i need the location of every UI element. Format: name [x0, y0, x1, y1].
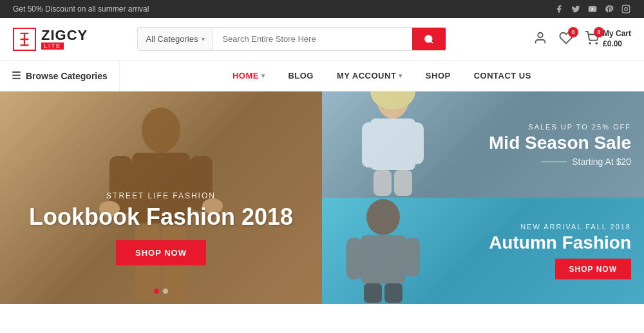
cart-wrap[interactable]: 0 My Cart £0.00 [585, 29, 631, 49]
man2-figure [328, 198, 438, 304]
hero-dots [154, 289, 168, 294]
instagram-icon[interactable] [621, 4, 631, 14]
svg-point-18 [370, 91, 415, 109]
dropdown-chevron-icon: ▾ [202, 35, 205, 43]
hero-right-bottom-promo: NEW ARRIVAL FALL 2018 [489, 222, 631, 230]
nav-item-home[interactable]: HOME ▾ [221, 61, 277, 91]
nav-menu: HOME ▾ BLOG MY ACCOUNT ▾ SHOP CONTACT US [120, 61, 644, 91]
svg-rect-26 [346, 238, 362, 280]
svg-point-3 [628, 6, 629, 7]
svg-rect-27 [404, 238, 420, 276]
nav-item-shop[interactable]: SHOP [414, 61, 462, 91]
hero-right: SALES UP TO 25% OFF Mid Season Sale Star… [322, 91, 644, 304]
search-bar: All Categories ▾ [137, 27, 446, 51]
svg-rect-20 [362, 122, 378, 167]
hero-left-panel: STREET LIFE FASHION Lookbook Fashion 201… [0, 91, 322, 304]
header-icons: 0 0 My Cart £0.00 [533, 29, 631, 49]
hero-left-content: STREET LIFE FASHION Lookbook Fashion 201… [0, 191, 322, 265]
hero-right-bottom-panel: NEW ARRIVAL FALL 2018 Autumn Fashion SHO… [322, 198, 644, 304]
svg-rect-23 [394, 170, 412, 196]
nav-item-contact[interactable]: CONTACT US [462, 61, 543, 91]
header: ZIGCY LITE All Categories ▾ [0, 18, 644, 61]
svg-point-6 [538, 32, 542, 37]
hamburger-icon: ☰ [12, 70, 21, 82]
cart-text: My Cart £0.00 [603, 29, 631, 49]
logo-icon [13, 28, 36, 51]
svg-point-4 [425, 35, 432, 43]
svg-point-8 [596, 43, 597, 44]
facebook-icon[interactable] [554, 4, 564, 14]
browse-categories-btn[interactable]: ☰ Browse Categories [0, 61, 120, 91]
top-bar: Get 50% Discount on all summer arrival [0, 0, 644, 18]
hero-right-bottom-button[interactable]: SHOP NOW [555, 259, 631, 280]
myaccount-dropdown-icon: ▾ [399, 72, 402, 79]
svg-rect-22 [374, 170, 392, 196]
nav-item-blog[interactable]: BLOG [276, 61, 325, 91]
hero-left-subtitle: STREET LIFE FASHION [0, 191, 322, 200]
hero-section: STREET LIFE FASHION Lookbook Fashion 201… [0, 91, 644, 304]
svg-rect-1 [622, 5, 630, 13]
search-input[interactable] [213, 28, 412, 50]
price-text: Starting At $20 [572, 157, 631, 167]
svg-line-5 [431, 41, 433, 43]
svg-point-7 [589, 43, 591, 44]
youtube-icon[interactable] [587, 4, 598, 14]
hero-left-title: Lookbook Fashion 2018 [0, 204, 322, 230]
navbar: ☰ Browse Categories HOME ▾ BLOG MY ACCOU… [0, 61, 644, 91]
category-dropdown[interactable]: All Categories ▾ [138, 28, 213, 50]
woman-figure [335, 91, 451, 198]
hero-right-top-price: Starting At $20 [489, 157, 631, 167]
hero-right-top-panel: SALES UP TO 25% OFF Mid Season Sale Star… [322, 91, 644, 198]
dot-1[interactable] [154, 289, 159, 294]
wishlist-icon[interactable]: 0 [559, 31, 573, 48]
svg-rect-29 [384, 283, 402, 303]
dot-2[interactable] [163, 289, 168, 294]
social-icons [554, 4, 631, 14]
svg-rect-21 [408, 122, 424, 164]
hero-right-top-title: Mid Season Sale [489, 133, 631, 153]
promo-text: Get 50% Discount on all summer arrival [13, 5, 149, 14]
twitter-icon[interactable] [571, 4, 581, 14]
account-icon[interactable] [533, 31, 547, 48]
search-button[interactable] [412, 28, 446, 50]
svg-point-24 [366, 199, 400, 235]
hero-right-bottom-title: Autumn Fashion [489, 233, 631, 252]
hero-right-bottom-content: NEW ARRIVAL FALL 2018 Autumn Fashion SHO… [489, 222, 631, 280]
price-dash [541, 161, 567, 162]
wishlist-badge: 0 [568, 27, 578, 37]
logo-text: ZIGCY LITE [41, 28, 88, 50]
svg-point-2 [625, 8, 628, 11]
hero-left-button[interactable]: SHOP NOW [116, 240, 206, 265]
svg-rect-25 [361, 235, 406, 283]
cart-icon: 0 [585, 31, 599, 48]
home-dropdown-icon: ▾ [261, 72, 265, 79]
hero-right-top-content: SALES UP TO 25% OFF Mid Season Sale Star… [489, 122, 631, 167]
hero-right-top-promo: SALES UP TO 25% OFF [489, 122, 631, 130]
nav-item-myaccount[interactable]: MY ACCOUNT ▾ [325, 61, 414, 91]
cart-badge: 0 [594, 27, 604, 37]
pinterest-icon[interactable] [604, 4, 614, 14]
svg-rect-28 [364, 283, 382, 303]
svg-point-9 [142, 108, 180, 153]
logo[interactable]: ZIGCY LITE [13, 28, 88, 51]
